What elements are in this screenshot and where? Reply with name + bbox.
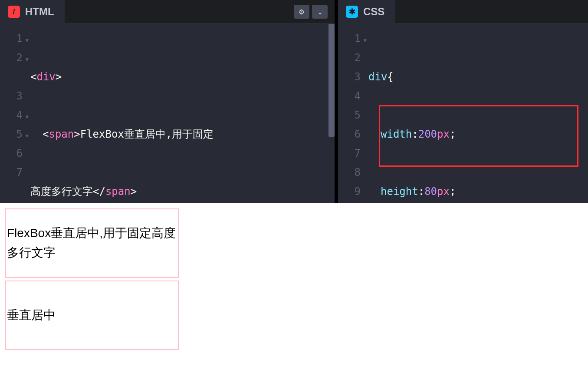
fold-icon[interactable]: ▼ bbox=[364, 31, 367, 50]
settings-button[interactable]: ⚙ bbox=[294, 5, 309, 19]
html-panel-header: / HTML ⚙ ⌄ bbox=[0, 0, 335, 24]
editor-split: / HTML ⚙ ⌄ 1▼ 2▼ 3 4▼ 5▼ 6 7 <div> <span… bbox=[0, 0, 588, 203]
preview-pane: FlexBox垂直居中,用于固定高度多行文字 垂直居中 bbox=[0, 203, 588, 358]
chevron-down-icon: ⌄ bbox=[317, 8, 323, 16]
preview-box-1: FlexBox垂直居中,用于固定高度多行文字 bbox=[5, 208, 179, 278]
preview-text-2: 垂直居中 bbox=[7, 306, 177, 325]
css-gutter: 1▼ 2 3 4 5 6 7 8 9 bbox=[338, 24, 368, 203]
html-tab[interactable]: / HTML bbox=[0, 0, 65, 24]
fold-icon[interactable]: ▼ bbox=[26, 50, 29, 69]
css-panel-header: ✱ CSS bbox=[338, 0, 588, 24]
css-tab-label: CSS bbox=[363, 6, 384, 18]
fold-icon[interactable]: ▼ bbox=[26, 107, 29, 126]
preview-box-2: 垂直居中 bbox=[5, 281, 179, 350]
fold-icon[interactable]: ▼ bbox=[26, 31, 29, 50]
css-code[interactable]: div{ width:200px; height:80px; border:1p… bbox=[368, 24, 588, 203]
preview-text-1: FlexBox垂直居中,用于固定高度多行文字 bbox=[7, 224, 177, 263]
html-code[interactable]: <div> <span>FlexBox垂直居中,用于固定 高度多行文字</spa… bbox=[30, 24, 335, 203]
fold-icon[interactable]: ▼ bbox=[26, 126, 29, 145]
gear-icon: ⚙ bbox=[299, 8, 305, 16]
collapse-button[interactable]: ⌄ bbox=[312, 5, 328, 19]
css-tab[interactable]: ✱ CSS bbox=[338, 0, 395, 24]
css-panel: ✱ CSS 1▼ 2 3 4 5 6 7 8 9 div{ width:200p… bbox=[338, 0, 588, 203]
html-code-editor[interactable]: 1▼ 2▼ 3 4▼ 5▼ 6 7 <div> <span>FlexBox垂直居… bbox=[0, 24, 335, 203]
html-gutter: 1▼ 2▼ 3 4▼ 5▼ 6 7 bbox=[0, 24, 30, 203]
css-code-editor[interactable]: 1▼ 2 3 4 5 6 7 8 9 div{ width:200px; hei… bbox=[338, 24, 588, 203]
css-icon: ✱ bbox=[346, 6, 358, 18]
html-icon: / bbox=[8, 6, 20, 18]
scrollbar[interactable] bbox=[328, 24, 335, 137]
html-panel: / HTML ⚙ ⌄ 1▼ 2▼ 3 4▼ 5▼ 6 7 <div> <span… bbox=[0, 0, 335, 203]
html-tab-label: HTML bbox=[25, 6, 54, 18]
